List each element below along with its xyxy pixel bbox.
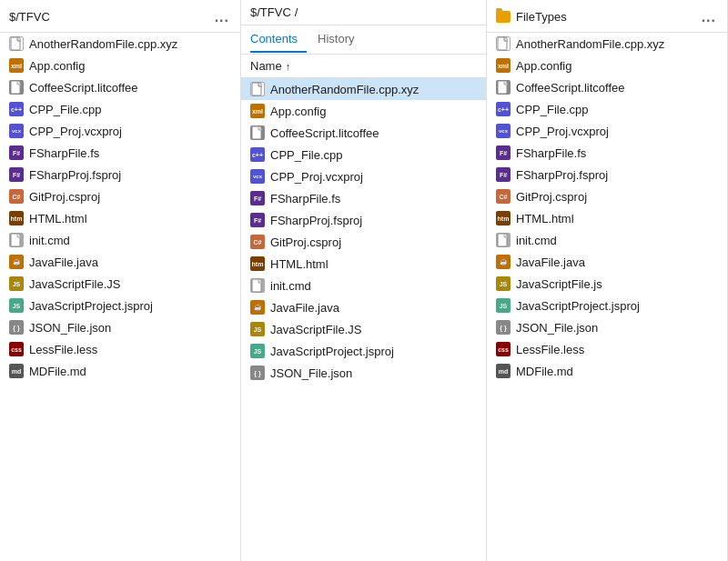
list-item[interactable]: css LessFile.less <box>487 338 727 360</box>
list-item[interactable]: md MDFile.md <box>487 360 727 382</box>
file-icon: JS <box>496 276 511 291</box>
right-panel-title: FileTypes <box>496 10 567 24</box>
list-item[interactable]: xml App.config <box>0 55 240 76</box>
file-name-label: JavaScriptFile.JS <box>270 323 361 336</box>
list-item[interactable]: ☕ JavaFile.java <box>241 296 486 318</box>
file-icon: htm <box>250 256 265 271</box>
file-name-label: GitProj.csproj <box>270 235 341 249</box>
list-item[interactable]: F# FSharpProj.fsproj <box>241 209 486 231</box>
file-icon <box>9 233 24 247</box>
file-icon <box>250 82 265 96</box>
list-item[interactable]: htm HTML.html <box>487 207 727 229</box>
file-name-label: App.config <box>516 59 571 73</box>
list-item[interactable]: { } JSON_File.json <box>241 362 486 384</box>
tab-bar: Contents History <box>241 25 486 55</box>
list-item[interactable]: { } JSON_File.json <box>487 316 727 338</box>
file-name-label: GitProj.csproj <box>516 190 587 204</box>
left-file-list: AnotherRandomFile.cpp.xyz xml App.config… <box>0 33 240 561</box>
list-item[interactable]: ☕ JavaFile.java <box>487 251 727 273</box>
file-name-label: JavaScriptProject.jsproj <box>270 345 394 358</box>
file-name-label: JSON_File.json <box>29 321 111 335</box>
list-item[interactable]: JS JavaScriptProject.jsproj <box>0 295 240 316</box>
list-item[interactable]: ☕ JavaFile.java <box>0 251 240 273</box>
file-icon: xml <box>496 58 511 73</box>
file-name-label: JavaScriptFile.js <box>516 277 602 291</box>
middle-file-list: AnotherRandomFile.cpp.xyz xml App.config… <box>241 78 486 561</box>
list-item[interactable]: c++ CPP_File.cpp <box>487 98 727 120</box>
file-icon: md <box>496 364 511 378</box>
file-icon: ☕ <box>9 255 24 269</box>
list-item[interactable]: init.cmd <box>241 275 486 296</box>
file-icon: F# <box>9 145 24 160</box>
list-item[interactable]: vcx CPP_Proj.vcxproj <box>0 120 240 142</box>
list-item[interactable]: F# FSharpFile.fs <box>241 187 486 209</box>
file-icon: xml <box>9 58 24 73</box>
file-icon <box>250 278 265 293</box>
list-item[interactable]: JS JavaScriptFile.JS <box>241 318 486 340</box>
list-item[interactable]: c++ CPP_File.cpp <box>241 144 486 165</box>
list-item[interactable]: init.cmd <box>0 229 240 251</box>
file-icon: JS <box>496 298 511 313</box>
list-item[interactable]: JS JavaScriptProject.jsproj <box>241 340 486 362</box>
list-item[interactable]: AnotherRandomFile.cpp.xyz <box>0 33 240 55</box>
file-icon <box>250 125 265 140</box>
list-item[interactable]: xml App.config <box>241 100 486 122</box>
file-icon: { } <box>250 366 265 380</box>
file-name-label: AnotherRandomFile.cpp.xyz <box>29 37 177 51</box>
list-item[interactable]: init.cmd <box>487 229 727 251</box>
file-icon: F# <box>250 213 265 227</box>
file-icon: { } <box>496 320 511 335</box>
list-item[interactable]: C# GitProj.csproj <box>241 231 486 253</box>
file-name-label: HTML.html <box>516 212 574 225</box>
list-item[interactable]: vcx CPP_Proj.vcxproj <box>487 120 727 142</box>
list-item[interactable]: md MDFile.md <box>0 360 240 382</box>
list-item[interactable]: F# FSharpProj.fsproj <box>0 164 240 185</box>
file-icon: C# <box>496 189 511 204</box>
list-item[interactable]: C# GitProj.csproj <box>0 185 240 207</box>
list-item[interactable]: C# GitProj.csproj <box>487 185 727 207</box>
list-item[interactable]: htm HTML.html <box>241 253 486 275</box>
file-icon: vcx <box>250 169 265 184</box>
list-item[interactable]: c++ CPP_File.cpp <box>0 98 240 120</box>
file-name-label: MDFile.md <box>516 365 573 378</box>
list-item[interactable]: F# FSharpFile.fs <box>0 142 240 164</box>
list-item[interactable]: { } JSON_File.json <box>0 316 240 338</box>
file-icon: JS <box>250 322 265 336</box>
file-name-label: JavaFile.java <box>516 255 585 269</box>
file-icon: C# <box>250 235 265 249</box>
tab-history[interactable]: History <box>318 26 363 53</box>
right-panel-header: FileTypes ... <box>487 0 727 33</box>
file-name-label: init.cmd <box>270 279 311 293</box>
file-icon <box>9 80 24 95</box>
list-item[interactable]: AnotherRandomFile.cpp.xyz <box>487 33 727 55</box>
right-panel-menu-button[interactable]: ... <box>700 9 718 25</box>
file-icon <box>496 36 511 51</box>
file-icon: ☕ <box>250 300 265 315</box>
list-item[interactable]: css LessFile.less <box>0 338 240 360</box>
file-icon: F# <box>496 167 511 182</box>
file-name-label: FSharpFile.fs <box>29 146 99 160</box>
list-item[interactable]: CoffeeScript.litcoffee <box>0 76 240 98</box>
middle-panel: $/TFVC / Contents History Name ↑ Another… <box>241 0 487 561</box>
list-item[interactable]: JS JavaScriptFile.js <box>487 273 727 295</box>
list-item[interactable]: CoffeeScript.litcoffee <box>241 122 486 144</box>
list-item[interactable]: xml App.config <box>487 55 727 76</box>
file-name-label: init.cmd <box>29 234 70 247</box>
left-panel-title-text: $/TFVC <box>9 10 50 24</box>
list-item[interactable]: htm HTML.html <box>0 207 240 229</box>
list-item[interactable]: JS JavaScriptProject.jsproj <box>487 295 727 316</box>
file-name-label: JSON_File.json <box>270 366 352 380</box>
file-icon: F# <box>9 167 24 182</box>
list-item[interactable]: JS JavaScriptFile.JS <box>0 273 240 295</box>
list-item[interactable]: AnotherRandomFile.cpp.xyz <box>241 78 486 100</box>
list-item[interactable]: CoffeeScript.litcoffee <box>487 76 727 98</box>
file-name-label: JSON_File.json <box>516 321 598 335</box>
tab-contents[interactable]: Contents <box>250 26 307 53</box>
list-item[interactable]: vcx CPP_Proj.vcxproj <box>241 165 486 187</box>
list-item[interactable]: F# FSharpFile.fs <box>487 142 727 164</box>
file-icon: htm <box>496 211 511 225</box>
left-panel-menu-button[interactable]: ... <box>213 9 231 25</box>
column-header-name: Name ↑ <box>241 55 486 78</box>
list-item[interactable]: F# FSharpProj.fsproj <box>487 164 727 185</box>
file-name-label: LessFile.less <box>29 343 97 356</box>
